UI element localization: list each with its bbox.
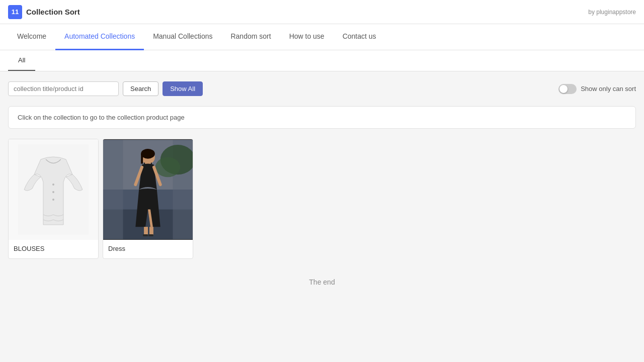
svg-point-1 <box>52 184 54 186</box>
svg-rect-13 <box>141 154 143 164</box>
blouses-label: BLOUSES <box>9 240 98 258</box>
show-all-button[interactable]: Show All <box>163 81 203 96</box>
svg-point-12 <box>141 149 155 159</box>
svg-rect-20 <box>143 234 148 236</box>
search-button[interactable]: Search <box>123 81 158 96</box>
svg-point-2 <box>52 191 54 193</box>
toggle-knob <box>559 85 568 93</box>
nav-item-random[interactable]: Random sort <box>221 24 280 50</box>
collection-grid: BLOUSES <box>8 139 636 263</box>
collection-card-blouses[interactable]: BLOUSES <box>8 139 99 259</box>
svg-rect-7 <box>103 140 123 239</box>
nav-item-how[interactable]: How to use <box>280 24 334 50</box>
svg-point-10 <box>155 157 180 177</box>
nav-bar: Welcome Automated Collections Manual Col… <box>0 24 644 50</box>
main-content: Search Show All Show only can sort Click… <box>0 71 644 359</box>
app-logo-icon: 11 <box>8 5 22 19</box>
blouse-image <box>9 139 98 240</box>
nav-item-automated[interactable]: Automated Collections <box>55 24 144 50</box>
tab-row: All <box>0 50 644 71</box>
logo-area: 11 Collection Sort <box>8 5 80 19</box>
search-bar: Search Show All Show only can sort <box>8 81 636 96</box>
dress-label: Dress <box>103 240 193 258</box>
toggle-label: Show only can sort <box>581 85 636 93</box>
app-title: Collection Sort <box>26 8 80 16</box>
nav-item-contact[interactable]: Contact us <box>334 24 385 50</box>
end-label: The end <box>8 263 636 301</box>
dress-image <box>103 139 193 240</box>
collection-card-dress[interactable]: Dress <box>103 139 193 259</box>
show-only-sort-toggle[interactable] <box>558 84 577 94</box>
tab-all[interactable]: All <box>8 50 35 71</box>
nav-item-welcome[interactable]: Welcome <box>8 24 55 50</box>
info-banner: Click on the collection to go to the col… <box>8 106 636 129</box>
top-header: 11 Collection Sort by pluginappstore <box>0 0 644 24</box>
svg-rect-21 <box>148 234 153 236</box>
toggle-area: Show only can sort <box>558 84 636 94</box>
search-input[interactable] <box>8 81 119 96</box>
nav-item-manual[interactable]: Manual Collections <box>144 24 221 50</box>
by-label: by pluginappstore <box>588 9 636 16</box>
svg-point-3 <box>52 199 54 201</box>
